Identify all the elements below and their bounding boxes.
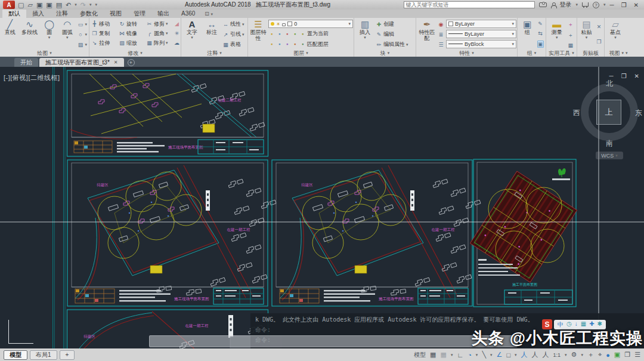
group-selection-icon[interactable]: ▣ [537, 41, 544, 48]
ime-add-icon[interactable]: ✚ [589, 320, 594, 329]
layer-tool-icon[interactable]: ▪ [299, 41, 306, 47]
file-tab-close-icon[interactable]: ✕ [114, 60, 118, 65]
ime-lang-icon[interactable]: 中 [558, 320, 564, 329]
model-space-label[interactable]: 模型 [414, 351, 426, 359]
line-button[interactable]: ╱ 直线 [2, 19, 18, 50]
customization-menu-icon[interactable]: ☰ [634, 351, 640, 359]
ribbon-tab-default[interactable]: 默认 [2, 10, 26, 18]
signin-label[interactable]: 登录 [560, 1, 572, 9]
app-store-cart-icon[interactable] [582, 2, 589, 7]
measure-button[interactable]: ▬ 测量▾ [548, 19, 565, 50]
create-block-button[interactable]: ✚ 创建 [376, 20, 408, 29]
text-button[interactable]: A 文字▾ [183, 19, 201, 50]
ribbon-tab-manage[interactable]: 管理 [128, 10, 151, 18]
edit-block-button[interactable]: ✎ 编辑 [376, 30, 408, 39]
panel-group-label[interactable]: 组▾ [518, 50, 546, 57]
array-button[interactable]: ▦阵列▾ [146, 39, 174, 47]
layout1-tab[interactable]: 布局1 [30, 350, 57, 360]
layer-tool-icon[interactable]: ▪ [284, 41, 290, 47]
ime-download-icon[interactable]: ↓ [575, 320, 578, 329]
polyline-button[interactable]: ∿ 多段线 [20, 19, 39, 50]
isometric-drafting-icon[interactable]: ∠ [497, 351, 503, 359]
ribbon-tab-annotate[interactable]: 注释 [50, 10, 74, 18]
ribbon-tab-insert[interactable]: 插入 [26, 10, 50, 18]
annotation-scale-value[interactable]: 1:1 [553, 352, 561, 358]
file-tab-document[interactable]: 施工现场平面布置图_t3* ✕ [39, 58, 124, 67]
move-button[interactable]: ╋移动 [91, 20, 119, 28]
layer-on-bulb-icon[interactable] [271, 22, 274, 26]
panel-clipboard-label[interactable]: 剪贴板 [577, 50, 604, 57]
viewcube-south[interactable]: 南 [571, 138, 644, 149]
ortho-icon[interactable]: ∟ [457, 351, 463, 359]
layer-tool-icon[interactable]: ▪ [292, 31, 298, 37]
new-file-icon[interactable]: ▢ [18, 1, 24, 9]
scale-button[interactable]: ▧缩放 [119, 39, 146, 47]
model-tab[interactable]: 模型 [4, 350, 27, 360]
qat-customize-icon[interactable]: ▾ [95, 1, 98, 9]
drawing-sheet-2[interactable] [67, 160, 276, 306]
search-input[interactable] [404, 1, 535, 8]
lineweight-dropdown[interactable]: ByLayer ▾ [446, 30, 516, 38]
drawing-sheet-3[interactable] [272, 160, 481, 306]
viewport-controls-label[interactable]: [-][俯视][二维线框] [4, 73, 60, 82]
new-drawing-tab-button[interactable]: + [128, 59, 135, 66]
ribbon-tab-parametric[interactable]: 参数化 [74, 10, 104, 18]
object-snap-icon[interactable]: □ [506, 351, 510, 359]
cut-icon[interactable]: ✕ [596, 24, 602, 30]
viewcube[interactable]: 北 南 西 东 上 WCS▾ [571, 75, 644, 165]
ime-keyboard-icon[interactable]: ▦ [581, 320, 586, 329]
arc-button[interactable]: ◠ 圆弧 ▾ [59, 19, 75, 50]
layer-lock-icon[interactable] [282, 23, 286, 26]
undo-caret-icon[interactable]: ▾ [75, 1, 77, 9]
clean-screen-icon[interactable]: ❐ [624, 351, 630, 359]
save-as-icon[interactable]: ▣ [46, 1, 52, 9]
circle-button[interactable]: ◯ 圆 ▾ [41, 19, 57, 50]
redo-icon[interactable]: ↷ [80, 1, 86, 9]
isolate-objects-icon[interactable]: ▣ [614, 351, 620, 359]
close-button[interactable]: ✕ [634, 2, 639, 8]
selection-filter-icon[interactable]: ⌖ [598, 351, 602, 359]
autocad-logo-icon[interactable]: A [3, 1, 15, 9]
redo-caret-icon[interactable]: ▾ [89, 1, 92, 9]
search-binoculars-icon[interactable] [539, 2, 547, 7]
layer-dropdown[interactable]: ☀ 0 ▾ [268, 20, 353, 28]
open-file-icon[interactable]: ▱ [27, 1, 32, 9]
panel-utilities-label[interactable]: 实用工具▾ [546, 50, 577, 57]
dimension-button[interactable]: ↔ 标注 [203, 19, 221, 50]
annotation-monitor-icon[interactable]: ＋ [587, 350, 594, 359]
rectangle-button[interactable]: ▭ ▾ [78, 20, 88, 29]
rotate-button[interactable]: ↻旋转 [119, 20, 146, 28]
help-icon[interactable]: ? [593, 2, 599, 8]
object-color-dropdown[interactable]: ByLayer ▾ [446, 20, 516, 28]
annotation-scale-icon[interactable]: 人 [543, 350, 549, 359]
erase-button[interactable]: ◢ [174, 21, 181, 27]
ime-tools-icon[interactable]: ✱ [597, 320, 602, 329]
linetype-dropdown[interactable]: ByBlock ▾ [446, 40, 516, 48]
group-edit-icon[interactable]: ✎ [537, 21, 544, 27]
leader-button[interactable]: ↗ 引线▾ [222, 30, 244, 39]
layer-tool-icon[interactable]: ▪ [299, 31, 306, 37]
point-icon[interactable]: ＋ [567, 32, 574, 39]
match-properties-button[interactable]: ✒ 特性匹配 [418, 19, 436, 50]
id-point-icon[interactable]: ＋ [567, 21, 574, 29]
viewcube-top-face[interactable]: 上 [596, 100, 621, 125]
copy-button[interactable]: ❐复制 [91, 30, 119, 38]
plot-icon[interactable]: ▤ [56, 1, 62, 9]
insert-block-button[interactable]: ▥ 插入▾ [356, 19, 374, 50]
panel-layers-label[interactable]: 图层▾ [248, 50, 354, 57]
grid-icon[interactable]: ▦ [430, 351, 436, 359]
trim-button[interactable]: ✂修剪▾ [146, 20, 174, 28]
layer-tool-icon[interactable]: ▪ [276, 41, 283, 47]
layer-dropdown-caret-icon[interactable]: ▾ [348, 21, 351, 26]
panel-block-label[interactable]: 块▾ [354, 50, 416, 57]
ribbon-overflow-icon[interactable]: ⊡ ▾ [201, 10, 216, 18]
panel-view-label[interactable]: 视图▾ ▾ [605, 50, 632, 57]
revision-cloud-button[interactable]: ☁ [174, 40, 181, 46]
group-button[interactable]: ▣ 组 [519, 19, 535, 50]
ime-mode-icon[interactable]: ◷ [566, 320, 572, 329]
base-view-button[interactable]: ▱ 基点▾ [606, 19, 624, 50]
ellipse-button[interactable]: ○ ▾ [78, 30, 88, 39]
signin-person-icon[interactable] [551, 2, 556, 8]
layer-properties-button[interactable]: ☰ 图层特性 [250, 19, 267, 50]
drawing-sheet-1[interactable]: 在建二期工程 施工现场平面布置图 [67, 70, 268, 156]
